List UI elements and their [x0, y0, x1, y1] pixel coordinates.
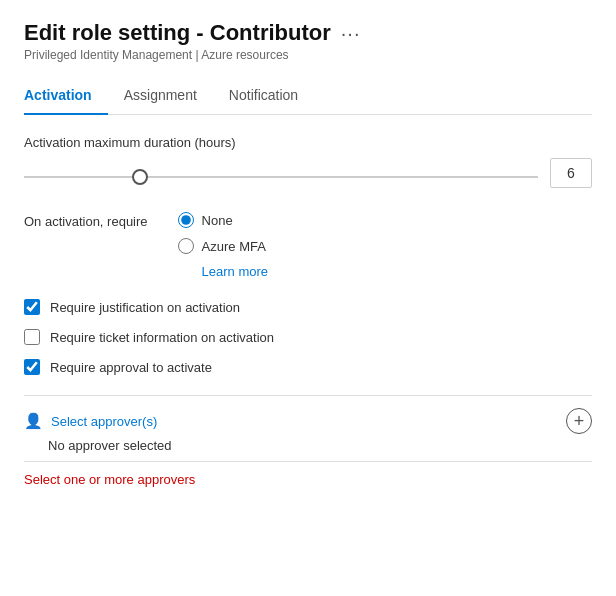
add-approver-button[interactable]: + — [566, 408, 592, 434]
duration-slider-row: 6 — [24, 158, 592, 188]
tab-bar: Activation Assignment Notification — [24, 78, 592, 115]
approver-header-left: 👤 Select approver(s) — [24, 412, 157, 430]
checkbox-justification-input[interactable] — [24, 299, 40, 315]
learn-more-link[interactable]: Learn more — [202, 264, 268, 279]
more-options-button[interactable]: ··· — [341, 22, 361, 45]
checkbox-approval-input[interactable] — [24, 359, 40, 375]
require-section: On activation, require None Azure MFA Le… — [24, 212, 592, 279]
duration-label: Activation maximum duration (hours) — [24, 135, 592, 150]
checkbox-approval[interactable]: Require approval to activate — [24, 359, 592, 375]
page-title: Edit role setting - Contributor — [24, 20, 331, 46]
checkbox-ticket-input[interactable] — [24, 329, 40, 345]
require-label: On activation, require — [24, 212, 148, 229]
select-approver-label: Select approver(s) — [51, 414, 157, 429]
tab-assignment[interactable]: Assignment — [124, 79, 213, 115]
checkbox-ticket[interactable]: Require ticket information on activation — [24, 329, 592, 345]
breadcrumb: Privileged Identity Management | Azure r… — [24, 48, 592, 62]
radio-azure-mfa-input[interactable] — [178, 238, 194, 254]
checkbox-approval-label: Require approval to activate — [50, 360, 212, 375]
checkbox-ticket-label: Require ticket information on activation — [50, 330, 274, 345]
radio-none[interactable]: None — [178, 212, 268, 228]
top-divider — [24, 395, 592, 396]
header: Edit role setting - Contributor ··· — [24, 20, 592, 46]
no-approver-label: No approver selected — [24, 438, 592, 453]
bottom-divider — [24, 461, 592, 462]
person-icon: 👤 — [24, 412, 43, 430]
slider-container — [24, 165, 538, 181]
radio-options: None Azure MFA Learn more — [178, 212, 268, 279]
radio-azure-mfa[interactable]: Azure MFA — [178, 238, 268, 254]
approver-section: 👤 Select approver(s) + No approver selec… — [24, 408, 592, 453]
radio-none-label: None — [202, 213, 233, 228]
checkbox-section: Require justification on activation Requ… — [24, 299, 592, 375]
tab-activation[interactable]: Activation — [24, 79, 108, 115]
checkbox-justification-label: Require justification on activation — [50, 300, 240, 315]
checkbox-justification[interactable]: Require justification on activation — [24, 299, 592, 315]
duration-slider[interactable] — [24, 176, 538, 178]
radio-none-input[interactable] — [178, 212, 194, 228]
error-message: Select one or more approvers — [24, 472, 592, 487]
tab-notification[interactable]: Notification — [229, 79, 314, 115]
slider-value-box: 6 — [550, 158, 592, 188]
approver-header: 👤 Select approver(s) + — [24, 408, 592, 434]
radio-azure-mfa-label: Azure MFA — [202, 239, 266, 254]
